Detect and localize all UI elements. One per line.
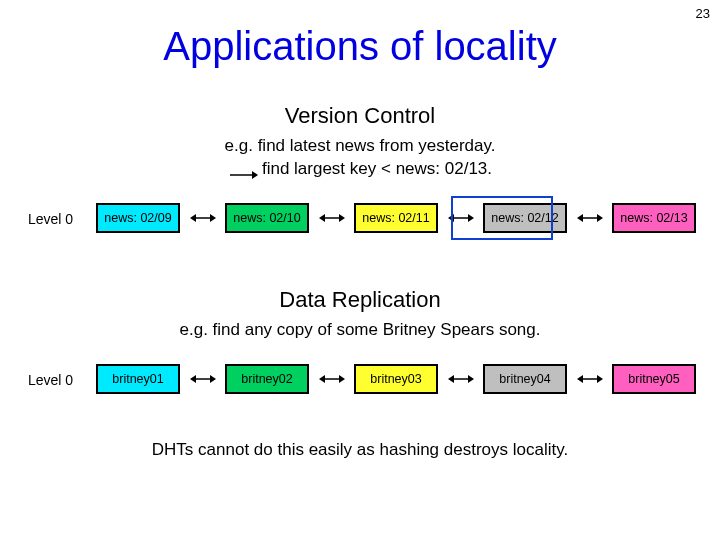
arrow-icon [448,211,474,225]
section1-heading: Version Control [0,103,720,129]
slide-number: 23 [696,6,710,21]
svg-marker-22 [468,375,474,383]
row1: Level 0 news: 02/09 news: 02/10 news: 02… [0,203,720,243]
section2-heading: Data Replication [0,287,720,313]
arrow-icon [190,372,216,386]
node-news-0209: news: 02/09 [96,203,180,233]
node-news-0212: news: 02/12 [483,203,567,233]
node-news-0211: news: 02/11 [354,203,438,233]
svg-marker-23 [577,375,583,383]
svg-marker-1 [252,171,258,179]
row1-boxes: news: 02/09 news: 02/10 news: 02/11 news… [96,203,696,233]
row2: Level 0 britney01 britney02 britney03 br… [0,364,720,404]
node-news-0213: news: 02/13 [612,203,696,233]
node-news-0210: news: 02/10 [225,203,309,233]
svg-marker-13 [597,214,603,222]
arrow-icon [577,211,603,225]
section1-line2: find largest key < news: 02/13. [262,159,492,178]
row2-boxes: britney01 britney02 britney03 britney04 … [96,364,696,394]
inline-arrow-icon [228,164,258,174]
node-britney02: britney02 [225,364,309,394]
footer-note: DHTs cannot do this easily as hashing de… [0,440,720,460]
arrow-icon [319,211,345,225]
row2-level-label: Level 0 [28,372,73,388]
svg-marker-17 [319,375,325,383]
svg-marker-16 [210,375,216,383]
svg-marker-20 [448,375,454,383]
node-britney01: britney01 [96,364,180,394]
node-britney04: britney04 [483,364,567,394]
svg-marker-5 [319,214,325,222]
slide-title: Applications of locality [0,24,720,69]
arrow-icon [190,211,216,225]
svg-marker-11 [577,214,583,222]
section2-line1: e.g. find any copy of some Britney Spear… [180,320,541,339]
section1-line1: e.g. find latest news from yesterday. [225,136,496,155]
node-britney05: britney05 [612,364,696,394]
svg-marker-8 [448,214,454,222]
svg-marker-10 [468,214,474,222]
svg-marker-2 [190,214,196,222]
svg-marker-7 [339,214,345,222]
svg-marker-14 [190,375,196,383]
node-britney03: britney03 [354,364,438,394]
section1-subtext: e.g. find latest news from yesterday. fi… [0,135,720,181]
section2-subtext: e.g. find any copy of some Britney Spear… [0,319,720,342]
arrow-icon [577,372,603,386]
row1-level-label: Level 0 [28,211,73,227]
svg-marker-19 [339,375,345,383]
svg-marker-25 [597,375,603,383]
arrow-icon [319,372,345,386]
svg-marker-4 [210,214,216,222]
arrow-icon [448,372,474,386]
